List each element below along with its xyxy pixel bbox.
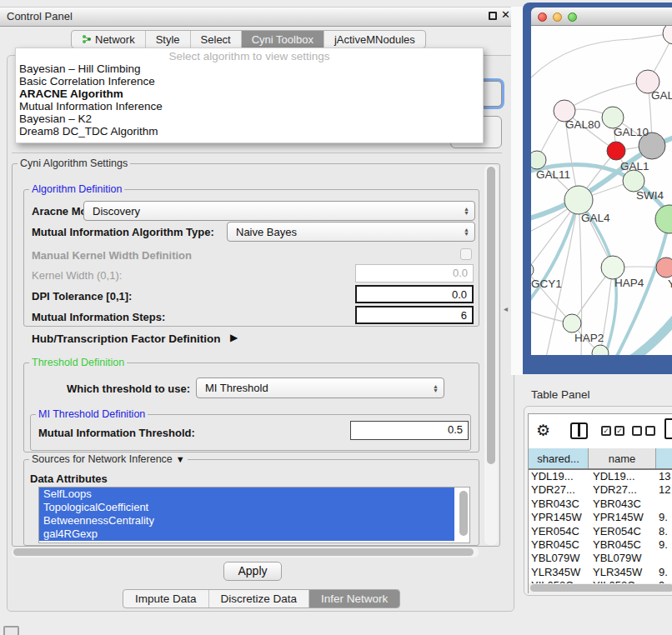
close-traffic-icon[interactable] [538, 12, 547, 22]
tab-impute-data[interactable]: Impute Data [123, 590, 209, 608]
dropdown-item[interactable]: Bayesian – K2 [16, 112, 483, 125]
table-row[interactable]: YBL079WYBL079W [529, 552, 672, 565]
screenshot-root: Control Panel ✕ Network Style Select Cyn… [0, 0, 672, 635]
dpi-tolerance-label: DPI Tolerance [0,1]: [32, 290, 132, 302]
control-panel-titlebar [0, 7, 517, 27]
tab-infer-network[interactable]: Infer Network [309, 590, 399, 608]
apply-button[interactable]: Apply [223, 562, 282, 581]
checkbox-unchecked-icon[interactable] [632, 426, 642, 436]
tab-network-label: Network [95, 33, 135, 46]
list-scrollbar[interactable] [459, 491, 468, 536]
kernel-width-label: Kernel Width (0,1): [32, 269, 122, 282]
dpi-tolerance-field[interactable]: 0.0 [355, 285, 474, 303]
node-label: GAL [651, 89, 672, 102]
split-pane-collapse-icon[interactable]: ◂ [504, 304, 508, 313]
node-label: GAL10 [614, 126, 649, 138]
mi-algorithm-type-combo[interactable]: Naive Bayes ▲▼ [227, 222, 475, 242]
node-label: GCY1 [531, 278, 562, 290]
panel-gap [511, 7, 523, 375]
which-threshold-combo[interactable]: MI Threshold ▲▼ [196, 378, 444, 398]
expander-down-icon[interactable]: ▼ [176, 454, 185, 464]
node-label: HAP2 [574, 332, 604, 344]
list-item[interactable]: gal4RGexp [39, 528, 454, 541]
threshold-definition-title: Threshold Definition [29, 357, 127, 368]
tab-style[interactable]: Style [146, 31, 191, 48]
data-attributes-label: Data Attributes [30, 472, 108, 485]
node-label: GAL1 [620, 160, 649, 172]
hub-definition-expander-label[interactable]: Hub/Transcription Factor Definition [32, 332, 221, 345]
gear-icon[interactable]: ⚙ [536, 421, 550, 440]
column-header-partial[interactable] [656, 448, 672, 468]
bottom-tabbar: Impute Data Discretize Data Infer Networ… [123, 589, 400, 608]
checkbox-checked-icon[interactable]: ✓ [614, 426, 624, 436]
mi-threshold-field[interactable]: 0.5 [350, 421, 469, 440]
dropdown-item[interactable]: Bayesian – Hill Climbing [16, 62, 483, 75]
column-header-name[interactable]: name [589, 448, 656, 468]
tab-select[interactable]: Select [191, 31, 242, 48]
settings-vscroll-thumb[interactable] [487, 167, 495, 464]
table-row[interactable]: YDL19...YDL19...13 [529, 470, 672, 483]
node-label: HAP4 [614, 277, 644, 289]
node-label: GAL80 [565, 118, 600, 131]
tab-jactivemnodules[interactable]: jActiveMNodules [324, 31, 425, 48]
settings-group-title: Cyni Algorithm Settings [18, 158, 130, 169]
network-icon [82, 34, 92, 44]
zoom-traffic-icon[interactable] [568, 12, 577, 22]
column-header-shared[interactable]: shared... [529, 448, 589, 468]
mi-algorithm-type-label: Mutual Information Algorithm Type: [32, 226, 214, 238]
which-threshold-label: Which threshold to use: [67, 382, 190, 395]
sources-group-title: Sources for Network Inference [32, 453, 173, 465]
network-window-titlebar[interactable] [531, 8, 672, 26]
document-icon[interactable] [664, 418, 672, 439]
tab-network[interactable]: Network [72, 31, 146, 48]
mi-steps-label: Mutual Information Steps: [32, 311, 165, 323]
list-item[interactable]: SelfLoops [39, 488, 454, 501]
table-row[interactable]: YBR043CYBR043C [529, 498, 672, 511]
mi-steps-field[interactable]: 6 [355, 306, 474, 324]
tab-discretize-data[interactable]: Discretize Data [209, 590, 310, 608]
table-row[interactable]: YBR045CYBR045C9. [529, 538, 672, 552]
expander-right-icon[interactable]: ▶ [230, 332, 238, 343]
kernel-width-field[interactable]: 0.0 [355, 264, 474, 282]
node-label: Y [668, 278, 672, 290]
node-label: GAL11 [536, 168, 570, 181]
dropdown-item[interactable]: Dream8 DC_TDC Algorithm [16, 125, 483, 138]
table-hscroll-thumb[interactable] [530, 584, 672, 592]
algorithm-dropdown-list: Select algorithm to view settings Bayesi… [15, 48, 484, 143]
dropdown-item[interactable]: Mutual Information Inference [16, 100, 483, 112]
table-panel-title: Table Panel [531, 388, 590, 401]
mi-threshold-group-title: MI Threshold Definition [36, 408, 148, 420]
dropdown-item-aracne[interactable]: ARACNE Algorithm [16, 88, 483, 100]
checkbox-checked-icon[interactable]: ✓ [601, 426, 611, 436]
data-attributes-list[interactable]: SelfLoops TopologicalCoefficient Between… [38, 487, 470, 543]
table-row[interactable]: YPR145WYPR145W9. [529, 511, 672, 524]
sources-group-title-row: Sources for Network Inference ▼ [29, 453, 188, 465]
table-header-row: shared... name [529, 448, 672, 470]
close-icon[interactable]: ✕ [501, 8, 510, 21]
mi-threshold-label: Mutual Information Threshold: [38, 427, 195, 439]
control-panel-tabbar: Network Style Select Cyni Toolbox jActiv… [71, 30, 426, 48]
table-row[interactable]: YLR345WYLR345W9. [529, 566, 672, 579]
algorithm-definition-title: Algorithm Definition [29, 183, 124, 195]
spinner-arrows-icon: ▲▼ [433, 378, 439, 398]
list-item[interactable]: BetweennessCentrality [39, 514, 454, 528]
spinner-arrows-icon: ▲▼ [464, 222, 469, 241]
minimized-panel-icon[interactable] [3, 626, 19, 635]
network-canvas[interactable]: GAL GAL80 GAL10 GAL1 GAL11 SWI4 GAL4 GCY… [531, 26, 672, 355]
manual-kernel-checkbox[interactable] [460, 248, 472, 260]
float-window-icon[interactable] [489, 12, 497, 20]
settings-hscroll-thumb[interactable] [13, 548, 474, 556]
table-body[interactable]: YDL19...YDL19...13 YDR27...YDR27...12 YB… [529, 470, 672, 583]
minimize-traffic-icon[interactable] [553, 12, 562, 22]
manual-kernel-label: Manual Kernel Width Definition [32, 249, 192, 262]
checkbox-unchecked-icon[interactable] [645, 426, 655, 436]
table-row[interactable]: YDR27...YDR27...12 [529, 483, 672, 497]
group-divider-line [12, 152, 502, 153]
column-view-icon[interactable] [570, 422, 588, 439]
table-row[interactable]: YER054CYER054C8. [529, 525, 672, 538]
list-item[interactable]: TopologicalCoefficient [39, 501, 454, 514]
aracne-mode-combo[interactable]: Discovery ▲▼ [83, 201, 475, 221]
node-label: SWI4 [636, 189, 664, 202]
dropdown-item[interactable]: Basic Correlation Inference [16, 75, 483, 88]
tab-cyni-toolbox[interactable]: Cyni Toolbox [242, 31, 324, 48]
